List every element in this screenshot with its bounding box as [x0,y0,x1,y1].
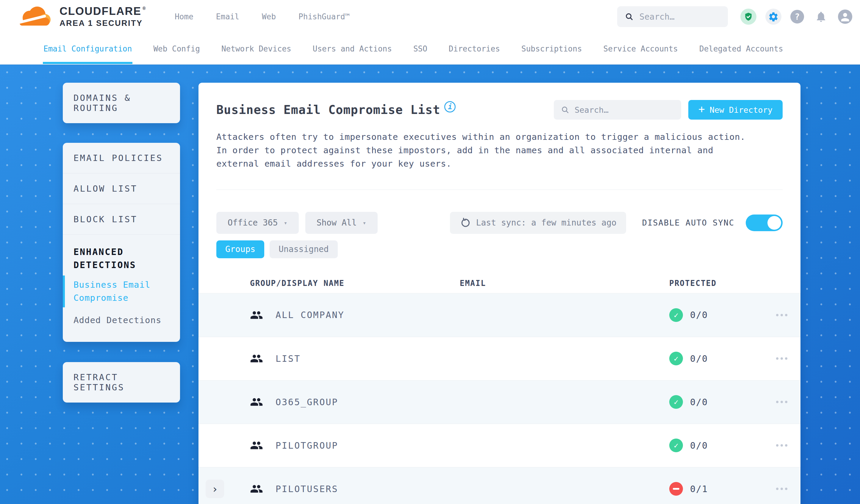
search-icon [625,12,633,22]
protected-ok-icon: ✓ [669,352,683,365]
settings-gear-icon[interactable] [765,9,782,25]
tab-unassigned[interactable]: Unassigned [270,240,338,258]
table-row[interactable]: PILOTGROUP ✓ 0/0 [199,424,801,467]
table-row[interactable]: O365_GROUP ✓ 0/0 [199,380,801,424]
logo-line1: CLOUDFLARE [59,6,141,17]
row-menu-icon[interactable] [773,398,790,406]
plus-icon: + [699,104,705,115]
view-tabs: Groups Unassigned [199,240,801,258]
tab-subscriptions[interactable]: Subscriptions [521,33,582,64]
new-directory-label: New Directory [710,105,773,115]
tab-network-devices[interactable]: Network Devices [221,33,291,64]
nav-email[interactable]: Email [216,12,239,21]
list-search-input[interactable] [575,105,674,115]
group-name: PILOTGROUP [275,440,338,451]
sidebar-section-enhanced-detections: ENHANCED DETECTIONS Business Email Compr… [63,234,180,342]
nav-phishguard[interactable]: PhishGuard™ [299,12,350,21]
global-search[interactable] [617,6,728,27]
controls-row: Office 365 ▾ Show All ▾ Last sync: a few… [199,212,801,234]
table-row[interactable]: ALL COMPANY ✓ 0/0 [199,293,801,337]
help-icon[interactable]: ? [790,10,804,24]
group-name: ALL COMPANY [275,310,345,320]
logo-text: CLOUDFLARE ® AREA 1 SECURITY [59,6,146,27]
user-avatar-icon[interactable] [838,10,852,24]
filter-select[interactable]: Show All ▾ [305,212,378,234]
protected-ok-icon: ✓ [669,308,683,322]
auto-sync-toggle[interactable] [746,215,783,231]
top-bar: CLOUDFLARE ® AREA 1 SECURITY Home Email … [0,0,860,33]
sidebar-item-email-policies[interactable]: EMAIL POLICIES [63,143,180,173]
nav-home[interactable]: Home [175,12,194,21]
tab-web-config[interactable]: Web Config [153,33,200,64]
tab-service-accounts[interactable]: Service Accounts [603,33,678,64]
protected-ok-icon: ✓ [669,395,683,409]
sidebar-item-block-list[interactable]: BLOCK LIST [63,204,180,234]
list-search[interactable] [554,100,681,120]
page-title: Business Email Compromise List [216,103,440,117]
sidebar-item-business-email-compromise[interactable]: Business Email Compromise [63,274,180,309]
group-name: O365_GROUP [275,397,338,407]
toggle-knob [768,216,781,230]
protected-count: 0/0 [690,440,708,451]
main-panel: Business Email Compromise List i + New D… [199,83,801,504]
group-icon [250,439,263,452]
tab-directories[interactable]: Directories [449,33,500,64]
table-header-row: GROUP/DISPLAY NAME EMAIL PROTECTED [199,274,801,293]
sidebar-item-retract-settings[interactable]: RETRACT SETTINGS [63,362,180,403]
sidebar-item-domains-routing[interactable]: DOMAINS & ROUTING [63,83,180,123]
row-menu-icon[interactable] [773,311,790,319]
nav-web[interactable]: Web [262,12,276,21]
groups-table: GROUP/DISPLAY NAME EMAIL PROTECTED ALL C… [199,274,801,504]
tab-email-configuration[interactable]: Email Configuration [43,33,132,64]
table-row[interactable]: › PILOTUSERS 0/1 [199,467,801,504]
new-directory-button[interactable]: + New Directory [688,100,783,120]
row-menu-icon[interactable] [773,441,790,449]
protected-ok-icon: ✓ [669,438,683,452]
column-header-email: EMAIL [460,279,669,288]
column-header-name: GROUP/DISPLAY NAME [250,279,460,288]
expand-row-button[interactable]: › [206,480,224,498]
tab-sso[interactable]: SSO [413,33,427,64]
group-name: LIST [275,354,301,364]
cloudflare-cloud-icon [17,5,55,28]
top-icon-cluster: ? [740,9,852,25]
sidebar-item-allow-list[interactable]: ALLOW LIST [63,173,180,204]
sidebar-item-enhanced-detections[interactable]: ENHANCED DETECTIONS [63,244,180,274]
main-nav: Home Email Web PhishGuard™ [175,12,350,21]
tab-delegated-accounts[interactable]: Delegated Accounts [699,33,783,64]
protected-count: 0/0 [690,310,708,320]
table-row[interactable]: LIST ✓ 0/0 [199,337,801,380]
logo-line2: AREA 1 SECURITY [59,19,146,27]
info-icon[interactable]: i [444,101,456,113]
refresh-icon [459,217,470,228]
notifications-bell-icon[interactable] [813,9,829,25]
tab-groups[interactable]: Groups [216,240,264,258]
protected-blocked-icon [669,482,683,496]
row-menu-icon[interactable] [773,354,790,363]
protected-count: 0/0 [690,354,708,364]
group-icon [250,482,263,495]
global-search-input[interactable] [640,12,720,22]
column-header-protected: PROTECTED [669,279,763,288]
row-menu-icon[interactable] [773,485,790,493]
registered-mark: ® [143,6,146,11]
content-canvas: DOMAINS & ROUTING EMAIL POLICIES ALLOW L… [0,64,860,504]
group-name: PILOTUSERS [275,484,338,494]
protection-status-icon[interactable] [740,9,757,25]
auto-sync-label: DISABLE AUTO SYNC [642,218,734,227]
cloudflare-logo: CLOUDFLARE ® AREA 1 SECURITY [17,5,146,28]
sidebar: DOMAINS & ROUTING EMAIL POLICIES ALLOW L… [63,83,180,403]
search-icon [561,105,569,115]
section-tabs: Email Configuration Web Config Network D… [0,33,860,64]
protected-count: 0/1 [690,484,708,494]
last-sync-button[interactable]: Last sync: a few minutes ago [450,212,626,234]
group-icon [250,395,263,408]
sidebar-item-added-detections[interactable]: Added Detections [63,309,180,332]
sidebar-policies-card: EMAIL POLICIES ALLOW LIST BLOCK LIST ENH… [63,143,180,342]
tab-users-and-actions[interactable]: Users and Actions [313,33,392,64]
last-sync-label: Last sync: a few minutes ago [476,218,617,228]
chevron-down-icon: ▾ [362,219,366,227]
directory-select[interactable]: Office 365 ▾ [216,212,299,234]
question-mark: ? [795,12,800,22]
filter-select-value: Show All [317,218,357,228]
